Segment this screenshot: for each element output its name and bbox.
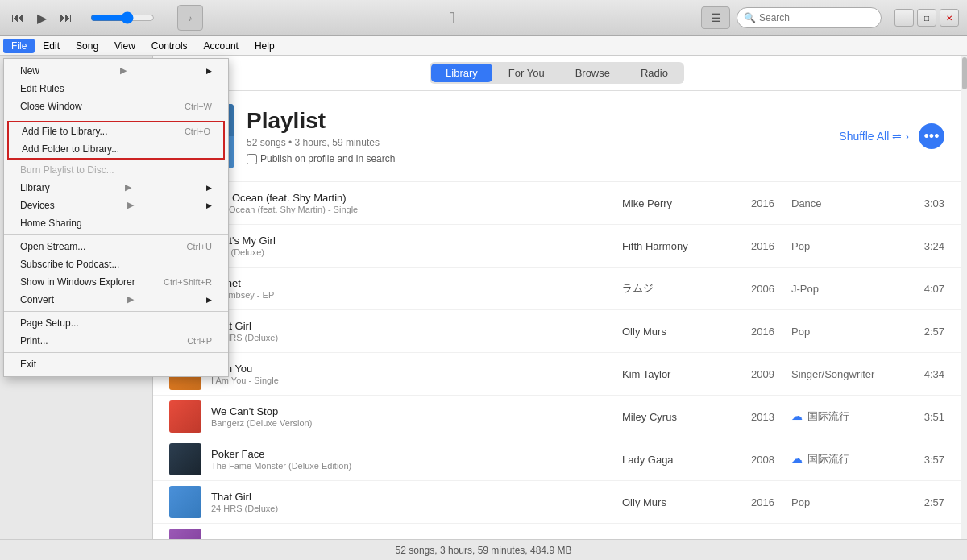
song-year: 2006 xyxy=(751,283,791,295)
apple-logo-icon:  xyxy=(449,9,454,27)
menu-print-shortcut: Ctrl+P xyxy=(187,336,212,346)
song-thumbnail xyxy=(169,400,201,433)
song-album: Bangerz (Deluxe Version) xyxy=(211,418,622,428)
menu-show-explorer[interactable]: Show in Windows Explorer Ctrl+Shift+R xyxy=(4,273,228,291)
song-row[interactable]: Poker Face The Fame Monster (Deluxe Edit… xyxy=(153,438,961,481)
volume-slider[interactable] xyxy=(90,11,155,24)
song-info: We Can't Stop Bangerz (Deluxe Version) xyxy=(211,405,622,428)
song-name: We Can't Stop xyxy=(211,405,622,417)
menu-burn-playlist[interactable]: Burn Playlist to Disc... xyxy=(4,161,228,179)
song-row[interactable]: That Girl 24 HRS (Deluxe) Olly Murs 2016… xyxy=(153,310,961,353)
song-year: 2008 xyxy=(751,454,791,466)
menu-help[interactable]: Help xyxy=(247,39,283,53)
menu-page-setup[interactable]: Page Setup... xyxy=(4,314,228,332)
tab-for-you[interactable]: For You xyxy=(494,64,559,82)
menu-devices[interactable]: Devices ▶ xyxy=(4,197,228,214)
song-album: The Fame Monster (Deluxe Edition) xyxy=(211,461,622,471)
play-button[interactable]: ▶ xyxy=(34,9,50,27)
menu-bar: File New ▶ Edit Rules Close Window Ctrl+… xyxy=(0,36,967,56)
song-year: 2016 xyxy=(751,326,791,338)
song-duration: 3:24 xyxy=(904,240,944,252)
album-art-button[interactable]: ♪ xyxy=(177,5,203,31)
more-options-button[interactable]: ••• xyxy=(919,123,944,149)
minimize-button[interactable]: — xyxy=(894,9,914,27)
menu-home-sharing-label: Home Sharing xyxy=(20,218,82,229)
song-genre: Dance xyxy=(791,197,904,209)
menu-convert-label: Convert xyxy=(20,294,54,305)
menu-open-stream-label: Open Stream... xyxy=(20,241,85,252)
song-row[interactable]: The Ocean (feat. Shy Martin) The Ocean (… xyxy=(153,182,961,225)
song-name: That Girl xyxy=(211,320,622,332)
menu-library[interactable]: Library ▶ xyxy=(4,179,228,197)
search-input[interactable] xyxy=(759,12,874,23)
song-row[interactable]: That Girl 24 HRS (Deluxe) Olly Murs 2016… xyxy=(153,481,961,524)
song-artist: Olly Murs xyxy=(622,496,751,508)
cloud-download-icon: ☁ xyxy=(791,409,803,422)
menu-controls[interactable]: Controls xyxy=(143,39,196,53)
separator-1 xyxy=(4,118,228,118)
song-info: That Girl 24 HRS (Deluxe) xyxy=(211,491,622,513)
tab-browse[interactable]: Browse xyxy=(561,64,625,82)
menu-open-stream[interactable]: Open Stream... Ctrl+U xyxy=(4,238,228,255)
menu-close-window-label: Close Window xyxy=(20,101,82,112)
playlist-publish: Publish on profile and in search xyxy=(247,153,839,164)
publish-checkbox[interactable] xyxy=(247,154,257,164)
title-bar: ⏮ ▶ ⏭ ♪  ☰ 🔍 — □ ✕ xyxy=(0,0,967,36)
song-genre: ☁国际流行 xyxy=(791,537,904,539)
song-genre: ☁国际流行 xyxy=(791,409,904,424)
menu-edit[interactable]: Edit xyxy=(35,39,68,53)
song-genre: Pop xyxy=(791,240,904,252)
song-name: Planet xyxy=(211,277,622,289)
menu-close-window[interactable]: Close Window Ctrl+W xyxy=(4,97,228,115)
close-button[interactable]: ✕ xyxy=(940,9,959,27)
prev-button[interactable]: ⏮ xyxy=(8,9,27,27)
menu-show-explorer-label: Show in Windows Explorer xyxy=(20,276,135,288)
menu-new[interactable]: New ▶ xyxy=(4,62,228,80)
shuffle-all-button[interactable]: Shuffle All ⇌ › xyxy=(839,130,909,143)
menu-edit-rules[interactable]: Edit Rules xyxy=(4,80,228,97)
song-year: 2016 xyxy=(751,240,791,252)
menu-add-folder[interactable]: Add Folder to Library... xyxy=(9,140,223,158)
title-right: ☰ 🔍 — □ ✕ xyxy=(701,6,959,29)
list-view-button[interactable]: ☰ xyxy=(701,6,730,29)
song-row[interactable]: Planet 3 Lambsey - EP ラムジ 2006 J-Pop 4:0… xyxy=(153,268,961,310)
menu-account[interactable]: Account xyxy=(196,39,247,53)
song-artist: ラムジ xyxy=(622,281,751,296)
song-row[interactable]: We Can't Stop Bangerz (Deluxe Version) M… xyxy=(153,396,961,438)
song-row[interactable]: Love You More Olly Murs 2016 ☁国际流行 3:09 xyxy=(153,524,961,539)
title-center:  xyxy=(203,9,701,27)
song-duration: 2:57 xyxy=(904,496,944,508)
right-scrollbar[interactable] xyxy=(961,56,967,539)
tab-library[interactable]: Library xyxy=(431,64,492,82)
separator-3 xyxy=(4,311,228,312)
next-button[interactable]: ⏭ xyxy=(56,9,76,27)
transport-controls: ⏮ ▶ ⏭ ♪ xyxy=(8,5,203,31)
menu-view[interactable]: View xyxy=(106,39,143,53)
song-album: 3 Lambsey - EP xyxy=(211,290,622,300)
menu-subscribe-podcast[interactable]: Subscribe to Podcast... xyxy=(4,255,228,273)
menu-print[interactable]: Print... Ctrl+P xyxy=(4,332,228,350)
maximize-button[interactable]: □ xyxy=(917,9,936,27)
menu-subscribe-podcast-label: Subscribe to Podcast... xyxy=(20,259,119,270)
song-year: 2016 xyxy=(751,539,791,540)
menu-exit[interactable]: Exit xyxy=(4,355,228,373)
scrollbar-thumb[interactable] xyxy=(962,57,967,89)
menu-song[interactable]: Song xyxy=(68,39,106,53)
menu-burn-playlist-label: Burn Playlist to Disc... xyxy=(20,164,114,176)
menu-convert[interactable]: Convert ▶ xyxy=(4,291,228,309)
menu-add-folder-label: Add Folder to Library... xyxy=(22,143,119,155)
menu-edit-rules-label: Edit Rules xyxy=(20,83,64,94)
menu-add-file[interactable]: Add File to Library... Ctrl+O xyxy=(9,122,223,140)
song-row[interactable]: That's My Girl 7/27 (Deluxe) Fifth Harmo… xyxy=(153,225,961,268)
tab-radio[interactable]: Radio xyxy=(626,64,683,82)
menu-new-label: New xyxy=(20,65,39,77)
menu-file[interactable]: File New ▶ Edit Rules Close Window Ctrl+… xyxy=(3,39,35,53)
song-year: 2016 xyxy=(751,197,791,209)
menu-add-file-shortcut: Ctrl+O xyxy=(185,127,210,136)
window-controls: — □ ✕ xyxy=(894,9,959,27)
song-info: The Ocean (feat. Shy Martin) The Ocean (… xyxy=(211,192,622,214)
song-info: That's My Girl 7/27 (Deluxe) xyxy=(211,234,622,257)
menu-library-label: Library xyxy=(20,182,50,193)
song-row[interactable]: I Am You I Am You - Single Kim Taylor 20… xyxy=(153,353,961,396)
menu-home-sharing[interactable]: Home Sharing xyxy=(4,214,228,232)
